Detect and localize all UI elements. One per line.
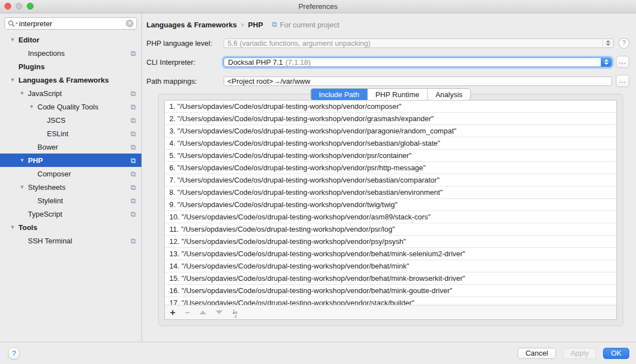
cli-interpreter-select[interactable]: Docksal PHP 7.1 (7.1.18) [224, 58, 612, 67]
sidebar-item-editor[interactable]: ▼ Editor ⧉ [0, 33, 141, 46]
sidebar-item-composer[interactable]: ▼ Composer ⧉ [0, 167, 141, 180]
include-path-row[interactable]: 17. "/Users/opdavies/Code/os/drupal-test… [165, 297, 616, 305]
zoom-window-button[interactable] [27, 3, 34, 9]
sidebar-item-javascript[interactable]: ▼ JavaScript ⧉ [0, 87, 141, 100]
chevron-down-icon[interactable]: ▼ [17, 90, 28, 96]
tab-analysis[interactable]: Analysis [428, 89, 470, 100]
cli-interpreter-browse-button[interactable]: ... [616, 56, 629, 68]
close-window-button[interactable] [4, 3, 11, 9]
tree-item-label: JavaScript [28, 89, 131, 98]
titlebar: Preferences [0, 0, 636, 13]
chevron-down-icon[interactable]: ▼ [8, 37, 18, 42]
for-current-project-icon: ⧉ [131, 117, 136, 124]
include-path-row[interactable]: 2. "/Users/opdavies/Code/os/drupal-testi… [165, 113, 616, 125]
tree-item-label: SSH Terminal [28, 237, 131, 245]
chevron-down-icon[interactable]: ▼ [17, 184, 28, 190]
for-current-project-icon: ⧉ [131, 50, 136, 57]
tab-include-path[interactable]: Include Path [311, 89, 367, 100]
apply-button[interactable]: Apply [563, 348, 597, 359]
for-current-project-icon: ⧉ [131, 237, 136, 245]
breadcrumb: Languages & Frameworks › PHP ⧉ For curre… [146, 19, 629, 30]
tree-item-label: PHP [28, 156, 131, 165]
include-path-list[interactable]: 1. "/Users/opdavies/Code/os/drupal-testi… [165, 100, 616, 305]
tree-item-label: Inspections [28, 49, 131, 58]
language-level-select[interactable]: 5.6 (variadic functions, argument unpack… [224, 39, 614, 48]
include-path-row[interactable]: 9. "/Users/opdavies/Code/os/drupal-testi… [165, 199, 616, 211]
search-field[interactable]: ▾ ✕ [4, 17, 137, 30]
include-path-row[interactable]: 11. "/Users/opdavies/Code/os/drupal-test… [165, 223, 616, 236]
include-path-list-panel: 1. "/Users/opdavies/Code/os/drupal-testi… [164, 100, 617, 320]
chevron-down-icon[interactable]: ▼ [8, 224, 18, 230]
cli-interpreter-value: Docksal PHP 7.1 [228, 58, 283, 66]
traffic-lights [4, 3, 34, 9]
search-icon[interactable]: ▾ [8, 20, 19, 27]
language-level-value: 5.6 (variadic functions, argument unpack… [227, 39, 371, 47]
path-mappings-field[interactable]: <Project root>→/var/www [224, 76, 612, 86]
include-path-row[interactable]: 13. "/Users/opdavies/Code/os/drupal-test… [165, 248, 616, 260]
sidebar-item-jscs[interactable]: ▼ JSCS ⧉ [0, 113, 141, 127]
chevron-down-icon[interactable]: ▼ [27, 104, 37, 109]
sidebar-item-inspections[interactable]: ▼ Inspections ⧉ [0, 46, 141, 60]
sidebar-item-ssh-terminal[interactable]: ▼ SSH Terminal ⧉ [0, 234, 141, 247]
sidebar-item-tools[interactable]: ▼ Tools ⧉ [0, 221, 141, 234]
breadcrumb-separator: › [241, 21, 244, 28]
include-path-row[interactable]: 16. "/Users/opdavies/Code/os/drupal-test… [165, 285, 616, 297]
for-current-project-icon: ⧉ [272, 20, 277, 29]
sidebar-item-eslint[interactable]: ▼ ESLint ⧉ [0, 127, 141, 140]
tree-item-label: Editor [18, 36, 131, 44]
for-current-project-icon: ⧉ [131, 210, 136, 218]
sort-alpha-icon[interactable]: ↓az [232, 306, 237, 318]
remove-icon: − [185, 308, 190, 317]
chevron-updown-icon[interactable] [601, 58, 611, 66]
list-toolbar: +−↓az [165, 305, 616, 319]
sidebar-item-bower[interactable]: ▼ Bower ⧉ [0, 140, 141, 154]
window-title: Preferences [298, 2, 338, 11]
sidebar-item-code-quality-tools[interactable]: ▼ Code Quality Tools ⧉ [0, 100, 141, 113]
sidebar-item-stylelint[interactable]: ▼ Stylelint ⧉ [0, 194, 141, 207]
include-path-row[interactable]: 12. "/Users/opdavies/Code/os/drupal-test… [165, 236, 616, 248]
sidebar-item-languages-frameworks[interactable]: ▼ Languages & Frameworks ⧉ [0, 73, 141, 87]
tab-php-runtime[interactable]: PHP Runtime [368, 89, 428, 100]
include-path-row[interactable]: 8. "/Users/opdavies/Code/os/drupal-testi… [165, 186, 616, 199]
for-current-project-icon: ⧉ [131, 157, 136, 164]
include-path-row[interactable]: 1. "/Users/opdavies/Code/os/drupal-testi… [165, 100, 616, 113]
search-input[interactable] [19, 20, 126, 28]
include-path-row[interactable]: 7. "/Users/opdavies/Code/os/drupal-testi… [165, 174, 616, 186]
include-path-row[interactable]: 10. "/Users/opdavies/Code/os/drupal-test… [165, 211, 616, 223]
for-current-project-icon: ⧉ [131, 184, 136, 191]
tree-item-label: Composer [37, 170, 131, 178]
path-mappings-browse-button[interactable]: ... [616, 75, 629, 87]
language-level-help-icon[interactable]: ? [619, 38, 629, 49]
search-options-chevron-icon: ▾ [16, 21, 18, 26]
tree-item-label: Bower [37, 143, 131, 151]
include-path-row[interactable]: 15. "/Users/opdavies/Code/os/drupal-test… [165, 272, 616, 285]
sidebar-item-stylesheets[interactable]: ▼ Stylesheets ⧉ [0, 180, 141, 194]
scope-label: For current project [280, 21, 339, 29]
sidebar-item-plugins[interactable]: ▼ Plugins ⧉ [0, 60, 141, 73]
cancel-button[interactable]: Cancel [518, 348, 556, 359]
tree-item-label: Languages & Frameworks [18, 76, 131, 84]
include-path-row[interactable]: 6. "/Users/opdavies/Code/os/drupal-testi… [165, 162, 616, 174]
tree-item-label: JSCS [47, 116, 131, 124]
sidebar-item-typescript[interactable]: ▼ TypeScript ⧉ [0, 207, 141, 221]
php-tab-panel: Include PathPHP RuntimeAnalysis 1. "/Use… [158, 94, 623, 326]
breadcrumb-parent[interactable]: Languages & Frameworks [146, 21, 237, 29]
chevron-down-icon[interactable]: ▼ [8, 77, 18, 83]
clear-search-icon[interactable]: ✕ [126, 20, 134, 27]
include-path-row[interactable]: 3. "/Users/opdavies/Code/os/drupal-testi… [165, 125, 616, 137]
tree-item-label: TypeScript [28, 210, 131, 218]
chevron-down-icon[interactable]: ▼ [17, 157, 28, 163]
tree-item-label: Tools [18, 223, 131, 232]
sidebar-item-php[interactable]: ▼ PHP ⧉ [0, 154, 141, 167]
cli-interpreter-label: CLI Interpreter: [146, 58, 224, 66]
help-button[interactable]: ? [8, 347, 20, 360]
include-path-row[interactable]: 5. "/Users/opdavies/Code/os/drupal-testi… [165, 150, 616, 162]
minimize-window-button[interactable] [16, 3, 22, 9]
for-current-project-icon: ⧉ [131, 130, 136, 137]
ok-button[interactable]: OK [603, 348, 629, 359]
move-up-icon [200, 310, 206, 314]
move-down-icon [216, 310, 222, 314]
include-path-row[interactable]: 14. "/Users/opdavies/Code/os/drupal-test… [165, 260, 616, 272]
include-path-row[interactable]: 4. "/Users/opdavies/Code/os/drupal-testi… [165, 137, 616, 150]
add-icon[interactable]: + [170, 307, 175, 318]
